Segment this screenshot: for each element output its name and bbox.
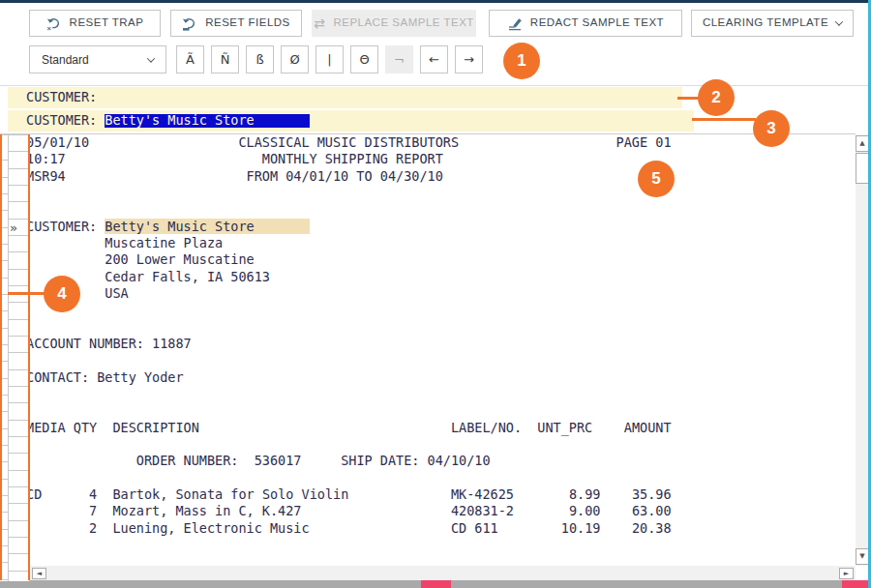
- report-line[interactable]: [26, 302, 672, 318]
- undo-x-icon: ×: [46, 15, 62, 31]
- callout-4-connector: [8, 292, 48, 295]
- clearing-template-label: CLEARING TEMPLATE: [703, 17, 828, 29]
- report-line[interactable]: CUSTOMER: Betty's Music Store: [26, 219, 672, 235]
- sample-line-row[interactable]: CUSTOMER: Betty's Music Store: [8, 110, 694, 132]
- report-line[interactable]: [26, 319, 672, 336]
- redact-sample-text-label: REDACT SAMPLE TEXT: [530, 17, 664, 29]
- report-line[interactable]: 05/01/10 CLASSICAL MUSIC DISTRIBUTORS PA…: [26, 134, 672, 151]
- char-button-a-tilde[interactable]: Ã: [176, 45, 204, 74]
- report-line[interactable]: [26, 352, 672, 368]
- outer-scrollbar-thumb[interactable]: [421, 580, 451, 588]
- report-line[interactable]: [26, 201, 672, 218]
- report-line[interactable]: MSR94 FROM 04/01/10 TO 04/30/10: [26, 168, 672, 185]
- replace-sample-text-label: REPLACE SAMPLE TEXT: [333, 17, 473, 29]
- char-button-pipe[interactable]: |: [315, 45, 344, 74]
- report-line[interactable]: Cedar Falls, IA 50613: [26, 269, 672, 285]
- window-top-strip: [0, 0, 871, 3]
- callout-4: 4: [44, 276, 80, 312]
- report-line[interactable]: [26, 402, 672, 419]
- report-line[interactable]: MEDIA QTY DESCRIPTION LABEL/NO. UNT_PRC …: [26, 420, 672, 436]
- callout-4-frame-right: [28, 134, 30, 580]
- svg-text:×: ×: [46, 24, 51, 32]
- redact-sample-text-button[interactable]: REDACT SAMPLE TEXT: [489, 10, 682, 37]
- char-button-o-slash[interactable]: Ø: [281, 45, 309, 74]
- redact-pen-icon: [507, 15, 523, 31]
- reset-trap-button[interactable]: × RESET TRAP: [29, 10, 161, 37]
- report-line[interactable]: Muscatine Plaza: [26, 235, 672, 251]
- arrow-right-button[interactable]: →: [455, 45, 483, 74]
- report-line[interactable]: 2 Luening, Electronic Music CD 611 10.19…: [26, 520, 672, 537]
- field-highlight[interactable]: Betty's Music Store: [105, 219, 309, 234]
- callout-2: 2: [698, 79, 735, 116]
- arrow-left-button[interactable]: ←: [420, 45, 448, 74]
- horizontal-scrollbar[interactable]: [30, 566, 856, 580]
- row-gutter[interactable]: [0, 134, 30, 580]
- reset-trap-label: RESET TRAP: [70, 17, 144, 29]
- report-line[interactable]: CD 4 Bartok, Sonata for Solo Violin MK-4…: [26, 486, 672, 503]
- callout-5: 5: [638, 161, 675, 197]
- report-line[interactable]: [26, 185, 672, 201]
- trap-line-text: CUSTOMER:: [26, 91, 97, 104]
- outer-scrollbar-end: [842, 580, 869, 588]
- report-area[interactable]: 05/01/10 CLASSICAL MUSIC DISTRIBUTORS PA…: [0, 133, 856, 566]
- report-line[interactable]: [26, 436, 672, 453]
- scroll-right-button[interactable]: ►: [839, 568, 854, 579]
- trap-preset-value: Standard: [42, 54, 89, 66]
- callout-3-connector: [692, 118, 756, 121]
- row-marker: »: [10, 220, 29, 236]
- char-button-n-tilde[interactable]: Ñ: [211, 45, 239, 74]
- toolbar-separator: [0, 85, 869, 86]
- chevron-down-icon: [835, 17, 843, 25]
- trap-editor-window: × RESET TRAP RESET FIELDS ⇄ REPLACE SAMP…: [0, 0, 871, 588]
- vertical-scrollbar[interactable]: [856, 134, 869, 566]
- char-button-not-sign: ¬: [385, 45, 413, 74]
- report-line[interactable]: ORDER NUMBER: 536017 SHIP DATE: 04/10/10: [26, 453, 672, 469]
- callout-4-frame-left: [0, 134, 2, 580]
- report-line[interactable]: [26, 537, 672, 553]
- report-line[interactable]: 7 Mozart, Mass in C, K.427 420831-2 9.00…: [26, 503, 672, 519]
- clearing-template-button[interactable]: CLEARING TEMPLATE: [691, 10, 854, 37]
- trap-line-row[interactable]: CUSTOMER:: [8, 87, 682, 108]
- char-button-theta[interactable]: Θ: [350, 45, 378, 74]
- reset-fields-label: RESET FIELDS: [205, 17, 290, 29]
- report-line[interactable]: USA: [26, 285, 672, 302]
- callout-1: 1: [503, 43, 540, 79]
- report-line[interactable]: CONTACT: Betty Yoder: [26, 369, 672, 386]
- report-line[interactable]: [26, 386, 672, 402]
- scroll-left-button[interactable]: ◄: [32, 568, 46, 579]
- scroll-up-button[interactable]: ▲: [856, 135, 869, 152]
- report-line[interactable]: ACCOUNT NUMBER: 11887: [26, 336, 672, 352]
- sample-line-label: CUSTOMER:: [26, 114, 105, 128]
- vertical-scrollbar-thumb[interactable]: [856, 153, 869, 184]
- gutter-col-wide[interactable]: [9, 135, 30, 581]
- undo-list-icon: [182, 15, 197, 31]
- replace-sample-text-button: ⇄ REPLACE SAMPLE TEXT: [312, 10, 476, 37]
- reset-fields-button[interactable]: RESET FIELDS: [170, 10, 302, 37]
- scroll-down-button[interactable]: ▼: [856, 548, 869, 565]
- swap-icon: ⇄: [314, 16, 325, 30]
- report-line[interactable]: 200 Lower Muscatine: [26, 251, 672, 268]
- report-line[interactable]: [26, 470, 672, 486]
- chevron-down-icon: [147, 54, 155, 62]
- report-line[interactable]: 10:17 MONTHLY SHIPPING REPORT: [26, 151, 672, 167]
- callout-3: 3: [753, 110, 790, 147]
- char-button-eszett[interactable]: ß: [246, 45, 274, 74]
- trap-preset-select[interactable]: Standard: [29, 45, 166, 74]
- report-text[interactable]: 05/01/10 CLASSICAL MUSIC DISTRIBUTORS PA…: [26, 134, 672, 553]
- sample-selection[interactable]: Betty's Music Store: [105, 114, 309, 128]
